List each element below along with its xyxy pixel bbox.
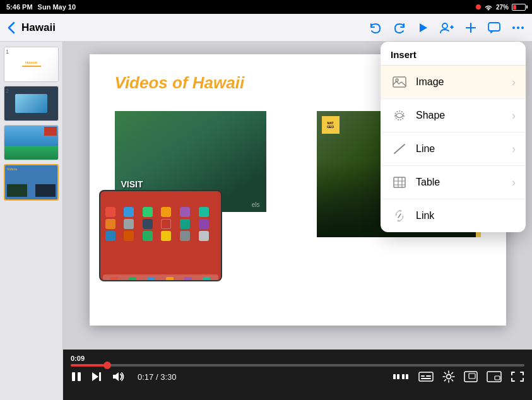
insert-link-label: Link xyxy=(416,210,516,221)
svg-rect-12 xyxy=(402,374,405,379)
skip-next-button[interactable] xyxy=(91,371,102,382)
progress-area: 0:09 xyxy=(63,350,532,367)
add-person-button[interactable] xyxy=(440,22,454,33)
insert-image-label: Image xyxy=(416,76,512,88)
svg-rect-11 xyxy=(397,374,399,379)
progress-fill xyxy=(71,364,107,367)
insert-item-line[interactable]: Line › xyxy=(381,132,526,166)
insert-menu-header: Insert xyxy=(381,42,526,66)
progress-thumb xyxy=(103,362,111,369)
more-options-button[interactable] xyxy=(512,26,524,30)
status-bar: 5:46 PM Sun May 10 27% xyxy=(0,0,532,14)
insert-dropdown: Insert Image › Shape › Line xyxy=(381,42,526,232)
time-tooltip: 0:09 xyxy=(71,355,524,362)
svg-rect-27 xyxy=(394,177,405,187)
shape-chevron: › xyxy=(512,109,516,122)
link-icon xyxy=(391,207,408,225)
slide-title: Videos of Hawaii xyxy=(115,73,245,93)
app-toolbar: Hawaii xyxy=(0,14,532,42)
player-right-controls xyxy=(392,370,524,383)
pause-indicator-button[interactable] xyxy=(392,372,410,382)
slide-thumb-1[interactable]: 1 Hawaii xyxy=(4,47,59,82)
undo-button[interactable] xyxy=(369,22,382,33)
progress-bar[interactable] xyxy=(71,364,524,367)
line-chevron: › xyxy=(512,143,516,156)
image-chevron: › xyxy=(512,76,516,89)
status-icons: 27% xyxy=(476,4,526,11)
settings-button[interactable] xyxy=(442,370,455,383)
redo-button[interactable] xyxy=(393,22,406,33)
insert-plus-button[interactable] xyxy=(465,22,476,33)
ipad-overlay xyxy=(99,190,222,281)
svg-rect-6 xyxy=(72,372,75,381)
insert-item-shape[interactable]: Shape › xyxy=(381,99,526,132)
slides-panel: 1 Hawaii 2 3 xyxy=(0,42,63,400)
subtitles-button[interactable] xyxy=(418,371,434,382)
fullscreen-button[interactable] xyxy=(511,371,524,382)
svg-point-4 xyxy=(517,26,519,29)
comment-button[interactable] xyxy=(488,22,500,33)
svg-point-1 xyxy=(442,23,447,28)
shape-icon xyxy=(391,107,408,124)
player-controls: 0:17 / 3:30 xyxy=(63,367,532,387)
svg-rect-15 xyxy=(421,375,425,377)
insert-item-image[interactable]: Image › xyxy=(381,66,526,99)
table-chevron: › xyxy=(512,176,516,189)
svg-marker-8 xyxy=(92,372,98,381)
svg-rect-14 xyxy=(419,372,433,381)
status-time: 5:46 PM xyxy=(6,3,33,11)
windowed-button[interactable] xyxy=(464,371,478,382)
record-indicator xyxy=(476,4,481,9)
slide-thumb-4[interactable]: 4 Videos xyxy=(4,164,59,201)
toolbar-right xyxy=(369,22,524,33)
table-icon xyxy=(391,174,408,191)
back-button[interactable] xyxy=(8,21,15,34)
svg-marker-0 xyxy=(420,23,427,32)
insert-shape-label: Shape xyxy=(416,110,512,121)
insert-table-label: Table xyxy=(416,177,512,188)
slide-thumb-2[interactable]: 2 xyxy=(4,86,59,121)
svg-point-5 xyxy=(521,26,524,29)
svg-rect-7 xyxy=(78,372,81,381)
pause-button[interactable] xyxy=(71,371,82,382)
insert-item-table[interactable]: Table › xyxy=(381,166,526,199)
wifi-icon xyxy=(484,4,493,11)
total-time: 3:30 xyxy=(160,372,176,382)
svg-rect-9 xyxy=(99,372,101,381)
video-player-bar: 0:09 xyxy=(63,350,532,400)
slide-thumb-3[interactable]: 3 xyxy=(4,125,59,160)
status-date: Sun May 10 xyxy=(38,3,76,11)
svg-rect-13 xyxy=(406,374,408,379)
nat-geo-badge: NATGEO xyxy=(322,116,340,134)
svg-rect-2 xyxy=(488,23,500,31)
svg-point-18 xyxy=(447,375,451,379)
image-icon xyxy=(391,73,408,91)
pip-button[interactable] xyxy=(487,371,502,382)
svg-rect-17 xyxy=(421,378,431,379)
battery-label: 27% xyxy=(496,4,509,11)
svg-rect-16 xyxy=(426,375,431,377)
battery-icon xyxy=(512,4,526,11)
current-time: 0:17 xyxy=(138,372,153,382)
volume-button[interactable] xyxy=(111,371,125,382)
insert-line-label: Line xyxy=(416,143,512,155)
svg-rect-22 xyxy=(495,376,500,380)
toolbar-left: Hawaii xyxy=(8,21,56,34)
svg-rect-20 xyxy=(469,374,475,379)
svg-line-26 xyxy=(394,144,405,153)
svg-rect-10 xyxy=(393,374,396,379)
svg-point-3 xyxy=(512,26,515,29)
insert-item-link[interactable]: Link xyxy=(381,199,526,232)
line-icon xyxy=(391,140,408,158)
svg-point-25 xyxy=(395,111,404,120)
document-title: Hawaii xyxy=(21,21,56,34)
player-time: 0:17 / 3:30 xyxy=(138,372,176,382)
play-button[interactable] xyxy=(417,22,429,33)
